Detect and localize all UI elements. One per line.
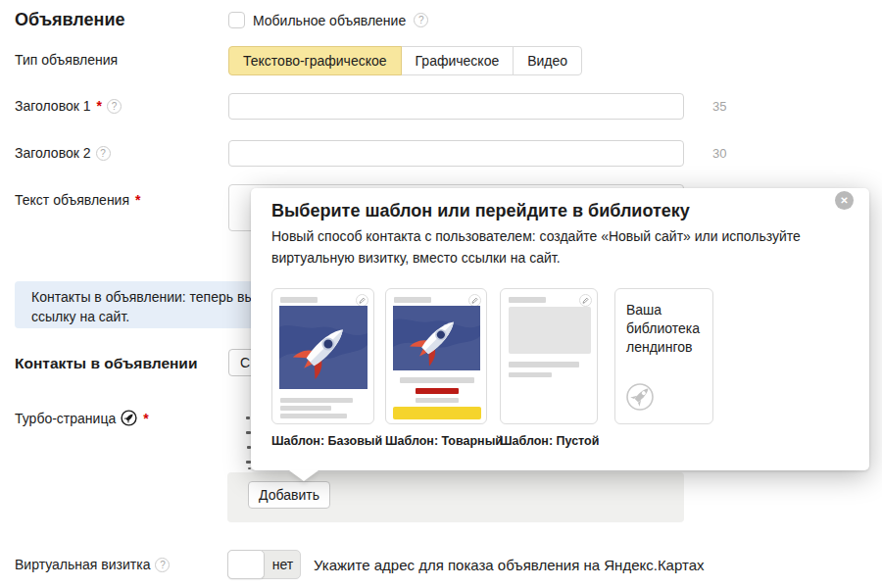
placeholder-bar (509, 297, 546, 303)
headline1-chars-left: 35 (712, 99, 726, 114)
template-chooser-popup: Выберите шаблон или перейдите в библиоте… (251, 188, 869, 470)
price-bar-red (416, 388, 459, 394)
library-card-text: Ваша библиотека лендингов (626, 301, 707, 357)
popup-title: Выберите шаблон или перейдите в библиоте… (271, 201, 690, 221)
headline2-label: Заголовок 2 (15, 145, 91, 161)
tab-video[interactable]: Видео (513, 46, 582, 75)
template-card-product-label: Шаблон: Товарный (385, 434, 503, 448)
ad-edit-page: Объявление Мобильное объявление Тип объя… (0, 0, 882, 588)
help-icon[interactable] (155, 558, 170, 572)
ad-type-label: Тип объявления (15, 52, 118, 68)
placeholder-bar (509, 372, 552, 377)
placeholder-bar (280, 414, 347, 418)
headline1-label: Заголовок 1 (15, 98, 91, 114)
toggle-value: нет (265, 551, 301, 578)
obscured-text-fragment (246, 416, 250, 419)
cta-button-yellow (393, 407, 481, 419)
vcard-toggle[interactable]: нет (227, 550, 301, 579)
turbo-label-row: Турбо-страница * (15, 410, 149, 426)
template-card-empty[interactable] (500, 288, 598, 424)
vcard-hint: Укажите адрес для показа объявления на Я… (314, 557, 705, 573)
turbo-label: Турбо-страница (15, 411, 116, 426)
placeholder-bar (280, 297, 318, 303)
mobile-ad-checkbox[interactable] (228, 12, 245, 28)
headline2-label-row: Заголовок 2 (15, 145, 111, 161)
tab-text-graphic[interactable]: Текстово-графическое (228, 46, 402, 75)
required-asterisk: * (135, 192, 140, 208)
ad-type-tabs: Текстово-графическое Графическое Видео (228, 46, 582, 75)
placeholder-bar (280, 398, 353, 403)
placeholder-bar (400, 377, 474, 383)
placeholder-bar (509, 362, 579, 368)
page-title: Объявление (15, 10, 125, 30)
mobile-ad-row: Мобильное объявление (228, 12, 428, 28)
help-icon[interactable] (414, 13, 428, 27)
headline1-input[interactable] (228, 93, 684, 120)
ad-text-label: Текст объявления (15, 192, 129, 208)
close-icon[interactable] (835, 191, 854, 210)
vcard-label: Виртуальная визитка (15, 557, 150, 572)
popup-description: Новый способ контакта с пользователем: с… (271, 225, 852, 269)
edit-pencil-icon[interactable] (579, 294, 592, 307)
turbo-rocket-icon (121, 410, 137, 426)
help-icon[interactable] (96, 146, 111, 161)
mobile-ad-label: Мобильное объявление (253, 13, 406, 28)
tab-graphic[interactable]: Графическое (401, 46, 514, 75)
contacts-heading: Контакты в объявлении (15, 355, 197, 372)
library-rocket-icon (625, 382, 655, 412)
required-asterisk: * (143, 411, 148, 426)
rocket-illustration (279, 306, 368, 389)
placeholder-bar (280, 406, 331, 411)
image-placeholder-block (509, 307, 591, 354)
headline2-input[interactable] (228, 140, 684, 167)
template-card-basic[interactable] (271, 288, 374, 424)
toggle-thumb[interactable] (227, 550, 265, 579)
placeholder-bar (416, 398, 459, 403)
add-turbo-page-button[interactable]: Добавить (248, 481, 330, 509)
template-card-basic-label: Шаблон: Базовый (271, 434, 382, 448)
popup-pointer (289, 470, 318, 481)
landing-library-card[interactable]: Ваша библиотека лендингов (614, 288, 713, 424)
headline2-chars-left: 30 (712, 146, 726, 161)
vcard-label-row: Виртуальная визитка (15, 557, 170, 572)
ad-text-label-row: Текст объявления * (15, 192, 140, 208)
template-card-empty-label: Шаблон: Пустой (500, 434, 599, 448)
headline1-label-row: Заголовок 1 * (15, 98, 122, 114)
template-card-product[interactable] (385, 288, 487, 424)
help-icon[interactable] (107, 99, 122, 114)
required-asterisk: * (97, 98, 102, 114)
placeholder-bar (394, 297, 431, 303)
rocket-illustration (393, 306, 480, 370)
obscured-text-fragment (248, 467, 251, 469)
